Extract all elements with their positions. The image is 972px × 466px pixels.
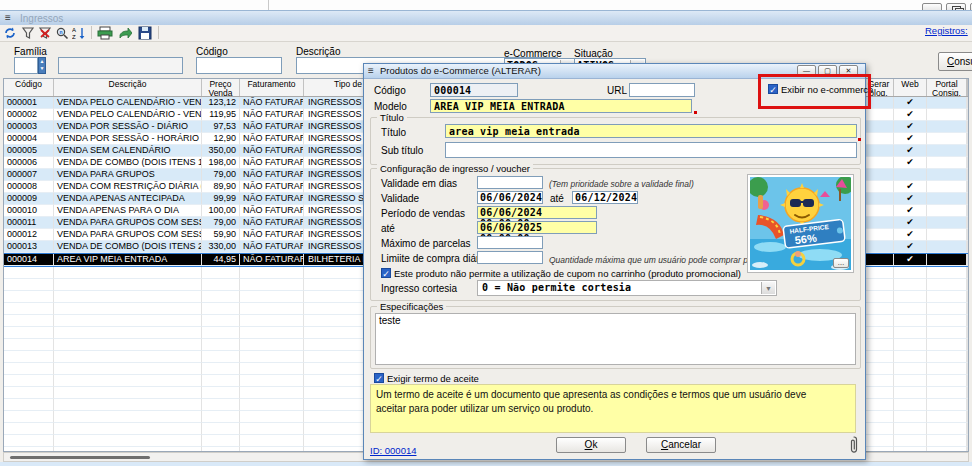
especificacoes-group: Especificações teste <box>370 306 861 369</box>
cell-web-check: ✔ <box>894 229 927 241</box>
titulo-field[interactable]: area vip meia entrada <box>445 124 857 138</box>
cell-preco-venda: 59,90 <box>202 229 240 241</box>
titulo-label: Título <box>381 127 406 138</box>
cell-codigo: 000004 <box>4 133 54 145</box>
periodo-de-field[interactable]: 06/06/2024 00:00:00 <box>477 206 597 219</box>
ok-button[interactable]: Ok <box>556 437 626 453</box>
cell-preco-venda: 79,00 <box>202 217 240 229</box>
modelo-field[interactable]: AREA VIP MEIA ENTRADA <box>430 99 692 113</box>
limite-compra-field[interactable] <box>477 251 543 264</box>
print-icon[interactable] <box>97 26 113 40</box>
cell-extra <box>967 205 968 217</box>
ingresso-cortesia-combo[interactable]: 0 = Não permite cortesia ▼ <box>477 280 777 296</box>
cell-faturamento: NÃO FATURAR <box>240 229 304 241</box>
validade-dias-label: Validade em dias <box>381 178 457 189</box>
termo-aceite-checkbox[interactable]: ✓ <box>374 373 384 383</box>
column-header[interactable]: Código <box>4 79 54 96</box>
consultar-button[interactable]: Consultar <box>938 52 972 71</box>
validade-dias-field[interactable] <box>477 176 543 189</box>
termo-aceite-text: Um termo de aceite é um documento que ap… <box>371 385 855 415</box>
cell-faturamento: NÃO FATURAR <box>240 193 304 205</box>
cell-preco-venda: 12,90 <box>202 133 240 145</box>
configuracao-group-label: Configuração de ingresso / voucher <box>377 163 533 174</box>
column-header[interactable]: Preço Venda <box>202 79 240 96</box>
ok-button-label: Ok <box>585 439 598 450</box>
ingresso-cortesia-value: 0 = Não permite cortesia <box>482 282 631 293</box>
column-header[interactable] <box>967 79 968 96</box>
refresh-icon[interactable] <box>3 26 17 40</box>
empty-cell <box>927 315 967 327</box>
window-menu-icon[interactable]: ≡ <box>5 11 11 25</box>
empty-cell <box>4 375 54 387</box>
chevron-down-icon[interactable]: ▼ <box>761 282 775 294</box>
max-parcelas-label: Máximo de parcelas <box>381 238 470 249</box>
especificacoes-group-label: Especificações <box>377 301 446 312</box>
empty-cell <box>967 363 968 375</box>
empty-cell <box>927 327 967 339</box>
familia-code-field[interactable] <box>14 57 38 74</box>
validade-de-field[interactable]: 06/06/2024 <box>477 191 543 204</box>
cell-web-check: ✔ <box>894 157 927 169</box>
cell-gerar-bloq <box>864 133 894 145</box>
export-icon[interactable] <box>118 26 132 40</box>
cell-portal-consig <box>927 97 967 109</box>
cell-portal-consig <box>927 169 967 181</box>
empty-cell <box>967 339 968 351</box>
cupom-checkbox-label: Este produto não permite a utilização de… <box>394 268 741 279</box>
validade-ate-field[interactable]: 06/12/2024 <box>572 191 638 204</box>
bottom-strip <box>0 462 972 466</box>
empty-cell <box>202 387 240 399</box>
cell-descricao: VENDA POR SESSÃO - DIÁRIO <box>54 121 202 133</box>
url-field[interactable] <box>629 83 695 97</box>
empty-cell <box>864 375 894 387</box>
cell-extra <box>967 229 968 241</box>
empty-cell <box>4 411 54 423</box>
column-header[interactable]: Faturamento <box>240 79 304 96</box>
max-parcelas-field[interactable] <box>477 236 543 249</box>
empty-cell <box>202 303 240 315</box>
paperclip-icon[interactable] <box>849 435 859 455</box>
column-header[interactable]: Descrição <box>54 79 202 96</box>
save-icon[interactable] <box>138 26 152 40</box>
subtitulo-field[interactable] <box>445 142 857 158</box>
cell-gerar-bloq <box>864 254 894 266</box>
empty-cell <box>240 363 304 375</box>
image-browse-button[interactable]: … <box>833 258 849 268</box>
cell-extra <box>967 241 968 253</box>
cupom-checkbox[interactable]: ✓ <box>381 268 391 278</box>
familia-spinner[interactable]: ▲ ▼ <box>38 57 46 74</box>
clear-filter-icon[interactable] <box>38 26 52 40</box>
scrollbar-thumb[interactable] <box>10 456 150 459</box>
periodo-ate-label: até <box>381 223 395 234</box>
sort-icon[interactable]: AZ <box>72 26 86 40</box>
empty-cell <box>967 327 968 339</box>
filter-icon[interactable] <box>21 26 35 40</box>
empty-cell <box>4 435 54 447</box>
column-header[interactable]: Portal Consig. <box>927 79 967 96</box>
cell-codigo: 000013 <box>4 241 54 253</box>
cell-descricao: VENDA PARA GRUPOS COM SESSÃO e <box>54 229 202 241</box>
cancel-button[interactable]: Cancelar <box>646 437 716 453</box>
empty-cell <box>54 303 202 315</box>
cell-extra <box>967 133 968 145</box>
cell-descricao: VENDA DE COMBO (DOIS ITENS 1 QTD <box>54 157 202 169</box>
registros-link[interactable]: Registros: <box>925 25 968 36</box>
cell-preco-venda: 44,95 <box>202 254 240 266</box>
search-icon[interactable]: n <box>55 26 69 40</box>
empty-cell <box>894 291 927 303</box>
id-link[interactable]: ID: 000014 <box>370 445 416 456</box>
especificacoes-textarea[interactable]: teste <box>375 313 856 365</box>
cell-portal-consig <box>927 109 967 121</box>
familia-desc-field[interactable] <box>58 57 183 74</box>
column-header[interactable]: Web <box>894 79 927 96</box>
window-title: Ingressos <box>20 13 63 24</box>
empty-cell <box>864 315 894 327</box>
product-image[interactable]: HALF-PRICE 56% … <box>747 174 854 273</box>
periodo-ate-field[interactable]: 06/06/2025 00:00:00 <box>477 221 597 234</box>
dialog-codigo-field[interactable]: 000014 <box>430 83 518 97</box>
empty-cell <box>240 339 304 351</box>
codigo-filter-field[interactable] <box>196 57 282 74</box>
empty-cell <box>864 339 894 351</box>
consultar-button-label: Consultar <box>947 56 972 67</box>
dialog-menu-icon[interactable]: ≡ <box>368 64 374 78</box>
